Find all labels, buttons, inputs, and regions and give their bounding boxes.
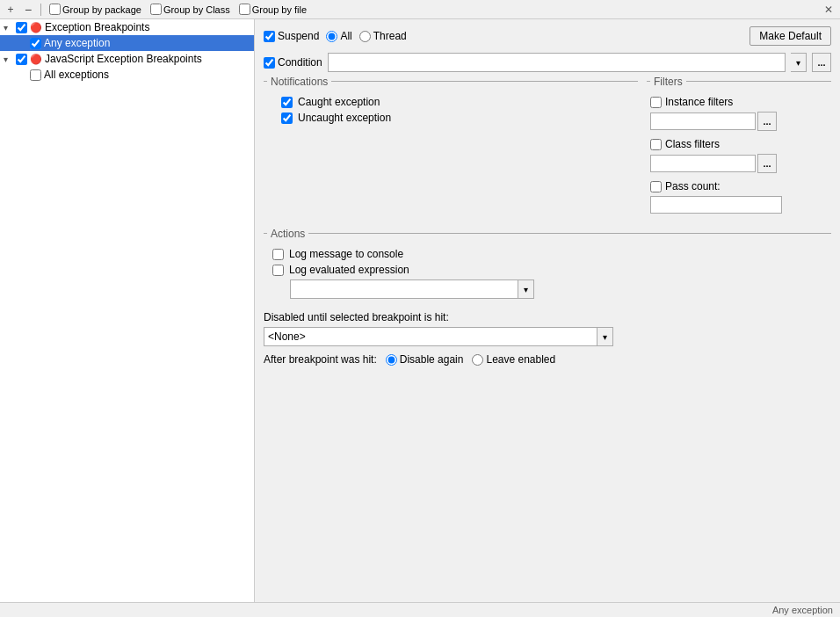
tree-toggle-exception[interactable]: ▾: [4, 23, 16, 33]
log-message-row: Log message to console: [272, 248, 831, 260]
suspend-label[interactable]: Suspend: [264, 30, 319, 42]
instance-filters-label: Instance filters: [665, 96, 733, 108]
status-bar: Any exception: [0, 602, 840, 617]
any-exception-label: Any exception: [44, 37, 110, 49]
class-filters-input-row: ...: [650, 154, 831, 173]
tree-item-js-exception-breakpoints[interactable]: ▾ 🔴 JavaScript Exception Breakpoints: [0, 51, 254, 67]
uncaught-exception-row: Uncaught exception: [281, 112, 638, 124]
all-radio-label[interactable]: All: [326, 30, 351, 42]
condition-dropdown-arrow[interactable]: ▾: [791, 53, 807, 72]
group-by-file-checkbox[interactable]: [239, 4, 250, 15]
disabled-until-row: Disabled until selected breakpoint is hi…: [264, 311, 831, 346]
pass-count-input-row: [650, 196, 831, 214]
suspend-text: Suspend: [278, 30, 319, 42]
all-exceptions-checkbox[interactable]: [30, 69, 41, 81]
pass-count-block: Pass count:: [650, 180, 831, 214]
pass-count-row: Pass count:: [650, 180, 831, 192]
instance-filters-input-row: ...: [650, 112, 831, 131]
instance-filters-row: Instance filters: [650, 96, 831, 108]
eval-expression-input[interactable]: [290, 279, 518, 299]
tree-item-exception-breakpoints[interactable]: ▾ 🔴 Exception Breakpoints: [0, 19, 254, 35]
main-area: ▾ 🔴 Exception Breakpoints Any exception …: [0, 19, 840, 602]
tree-toggle-js-exception[interactable]: ▾: [4, 54, 16, 64]
thread-radio[interactable]: [359, 31, 371, 42]
class-filters-input[interactable]: [650, 155, 756, 172]
leave-enabled-text: Leave enabled: [486, 353, 555, 366]
group-by-package-checkbox[interactable]: [49, 4, 61, 15]
filters-title: Filters: [650, 76, 686, 88]
log-eval-label: Log evaluated expression: [289, 264, 409, 276]
disable-again-text: Disable again: [400, 353, 464, 366]
toolbar: + − Group by package Group by Class Grou…: [0, 0, 840, 19]
tree-item-any-exception[interactable]: Any exception: [0, 35, 254, 51]
actions-section: Actions Log message to console Log evalu…: [264, 233, 831, 302]
thread-radio-label[interactable]: Thread: [359, 30, 407, 42]
right-panel: Suspend All Thread Make Default Conditio…: [255, 19, 840, 602]
class-filters-block: Class filters ...: [650, 138, 831, 173]
log-eval-row: Log evaluated expression: [272, 264, 831, 276]
disabled-until-select-wrapper: <None> ▾: [264, 327, 831, 346]
actions-content: Log message to console Log evaluated exp…: [264, 244, 831, 302]
leave-enabled-radio[interactable]: [472, 354, 483, 366]
actions-title: Actions: [267, 228, 308, 240]
disable-again-radio[interactable]: [386, 354, 397, 366]
group-by-class-label: Group by Class: [163, 4, 230, 15]
js-exception-breakpoints-checkbox[interactable]: [16, 54, 27, 65]
exception-breakpoints-icon: 🔴: [30, 22, 42, 33]
uncaught-exception-checkbox[interactable]: [281, 113, 293, 124]
condition-more-button[interactable]: ...: [812, 53, 831, 72]
make-default-button[interactable]: Make Default: [749, 26, 831, 46]
after-breakpoint-label: After breakpoint was hit:: [264, 353, 377, 366]
all-radio[interactable]: [326, 31, 337, 42]
instance-filters-input[interactable]: [650, 113, 756, 130]
close-button[interactable]: ✕: [821, 4, 836, 16]
notifications-content: Caught exception Uncaught exception: [264, 92, 638, 131]
pass-count-input[interactable]: [650, 196, 782, 214]
exception-breakpoints-checkbox[interactable]: [16, 22, 27, 33]
any-exception-checkbox[interactable]: [30, 38, 41, 49]
log-eval-checkbox[interactable]: [272, 265, 284, 276]
class-filters-label: Class filters: [665, 138, 720, 150]
filters-section: Filters Instance filters ...: [647, 81, 831, 224]
log-message-checkbox[interactable]: [272, 249, 284, 260]
condition-label[interactable]: Condition: [264, 56, 322, 69]
caught-exception-checkbox[interactable]: [281, 97, 293, 108]
suspend-checkbox[interactable]: [264, 31, 275, 42]
class-filters-more[interactable]: ...: [757, 154, 777, 173]
instance-filters-block: Instance filters ...: [650, 96, 831, 131]
log-message-label: Log message to console: [289, 248, 403, 260]
condition-checkbox[interactable]: [264, 57, 275, 69]
exception-breakpoints-label: Exception Breakpoints: [45, 21, 149, 33]
class-filters-row: Class filters: [650, 138, 831, 150]
instance-filters-more[interactable]: ...: [757, 112, 777, 131]
eval-expression-dropdown-arrow[interactable]: ▾: [518, 279, 534, 299]
condition-input[interactable]: [328, 53, 786, 72]
caught-exception-row: Caught exception: [281, 96, 638, 108]
right-content: Suspend All Thread Make Default Conditio…: [264, 26, 831, 373]
group-by-file-label: Group by file: [252, 4, 307, 15]
group-by-file-toggle[interactable]: Group by file: [236, 3, 309, 16]
eval-expression-row: ▾: [290, 279, 831, 299]
remove-button[interactable]: −: [21, 3, 35, 17]
all-exceptions-label: All exceptions: [44, 69, 109, 81]
disabled-until-select-arrow[interactable]: ▾: [597, 327, 613, 346]
tree-item-all-exceptions[interactable]: All exceptions: [0, 67, 254, 83]
add-button[interactable]: +: [4, 3, 18, 17]
condition-text: Condition: [278, 56, 322, 69]
uncaught-exception-label: Uncaught exception: [298, 112, 391, 124]
notifications-title: Notifications: [267, 76, 331, 88]
disabled-until-select[interactable]: <None>: [264, 327, 597, 346]
group-by-class-checkbox[interactable]: [150, 4, 162, 15]
class-filters-checkbox[interactable]: [650, 139, 662, 150]
status-text: Any exception: [772, 605, 833, 615]
instance-filters-checkbox[interactable]: [650, 97, 662, 108]
notifications-section: Notifications Caught exception Uncaught …: [264, 81, 638, 224]
js-exception-breakpoints-icon: 🔴: [30, 54, 42, 65]
filters-content: Instance filters ... Class filters: [647, 92, 831, 224]
leave-enabled-label[interactable]: Leave enabled: [472, 353, 555, 366]
toolbar-separator: [40, 4, 41, 16]
pass-count-checkbox[interactable]: [650, 181, 662, 192]
group-by-class-toggle[interactable]: Group by Class: [148, 3, 233, 16]
disable-again-label[interactable]: Disable again: [386, 353, 464, 366]
group-by-package-toggle[interactable]: Group by package: [47, 3, 144, 16]
